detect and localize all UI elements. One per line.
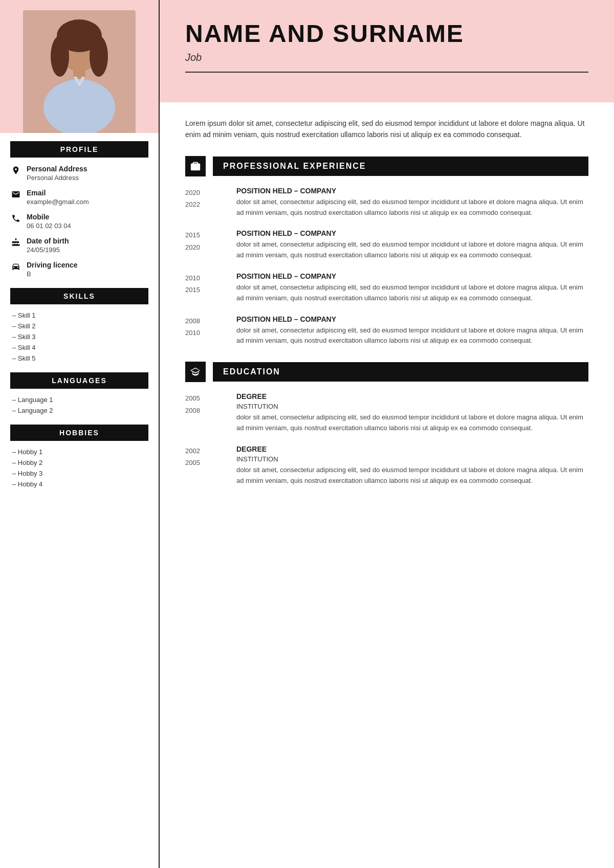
year-end: 2008 — [185, 405, 226, 416]
skills-section: SKILLS – Skill 1– Skill 2– Skill 3– Skil… — [10, 288, 148, 362]
language-item: – Language 2 — [10, 407, 148, 414]
hobbies-section-header: HOBBIES — [10, 425, 148, 441]
car-icon — [10, 262, 21, 271]
email-item: Email example@gmail.com — [10, 189, 148, 206]
experience-entry: 2020 2022 POSITION HELD – COMPANY dolor … — [185, 187, 588, 218]
entry-desc: dolor sit amet, consectetur adipiscing e… — [236, 465, 588, 486]
year-end: 2015 — [185, 284, 226, 296]
hobbies-list: – Hobby 1– Hobby 2– Hobby 3– Hobby 4 — [10, 448, 148, 488]
sidebar-photo — [0, 0, 159, 133]
year-end: 2005 — [185, 457, 226, 469]
hobbies-section: HOBBIES – Hobby 1– Hobby 2– Hobby 3– Hob… — [10, 425, 148, 488]
entry-years: 2020 2022 — [185, 187, 226, 218]
graduation-icon — [185, 362, 206, 382]
entry-desc: dolor sit amet, consectetur adipiscing e… — [236, 282, 588, 304]
sidebar-content: PROFILE Personal Address Personal Addres… — [0, 133, 159, 868]
year-start: 2008 — [185, 315, 226, 327]
skills-list: – Skill 1– Skill 2– Skill 3– Skill 4– Sk… — [10, 311, 148, 362]
entry-desc: dolor sit amet, consectetur adipiscing e… — [236, 325, 588, 347]
main-job: Job — [185, 52, 588, 63]
year-start: 2020 — [185, 187, 226, 198]
entry-desc: dolor sit amet, consectetur adipiscing e… — [236, 239, 588, 261]
education-title-bar: EDUCATION — [213, 362, 588, 382]
email-icon — [10, 190, 21, 199]
profile-section: PROFILE Personal Address Personal Addres… — [10, 141, 148, 278]
entry-years: 2005 2008 — [185, 392, 226, 434]
header-divider — [185, 72, 588, 73]
entry-desc: dolor sit amet, consectetur adipiscing e… — [236, 412, 588, 434]
year-end: 2020 — [185, 241, 226, 253]
year-start: 2002 — [185, 445, 226, 457]
skill-item: – Skill 3 — [10, 333, 148, 341]
dob-text: Date of birth 24/05/1995 — [27, 237, 69, 254]
entry-years: 2008 2010 — [185, 315, 226, 347]
main-content: NAME AND SURNAME Job Lorem ipsum dolor s… — [160, 0, 614, 868]
entry-title: POSITION HELD – COMPANY — [236, 272, 588, 280]
education-entries: 2005 2008 DEGREE INSTITUTION dolor sit a… — [185, 392, 588, 486]
education-section-header: EDUCATION — [185, 362, 588, 382]
summary-text: Lorem ipsum dolor sit amet, consectetur … — [185, 118, 588, 141]
experience-section: PROFESSIONAL EXPERIENCE 2020 2022 POSITI… — [185, 156, 588, 346]
entry-title: POSITION HELD – COMPANY — [236, 315, 588, 323]
phone-icon — [10, 214, 21, 223]
entry-body: POSITION HELD – COMPANY dolor sit amet, … — [236, 229, 588, 261]
entry-years: 2015 2020 — [185, 229, 226, 261]
year-start: 2005 — [185, 392, 226, 404]
experience-entry: 2008 2010 POSITION HELD – COMPANY dolor … — [185, 315, 588, 347]
education-section: EDUCATION 2005 2008 DEGREE INSTITUTION d… — [185, 362, 588, 486]
svg-point-4 — [90, 36, 108, 77]
year-start: 2015 — [185, 229, 226, 241]
address-text: Personal Address Personal Address — [27, 165, 87, 182]
entry-body: POSITION HELD – COMPANY dolor sit amet, … — [236, 272, 588, 304]
location-icon — [10, 166, 21, 175]
main-body: Lorem ipsum dolor sit amet, consectetur … — [160, 102, 614, 868]
entry-title: POSITION HELD – COMPANY — [236, 187, 588, 195]
skills-section-header: SKILLS — [10, 288, 148, 304]
hobby-item: – Hobby 1 — [10, 448, 148, 456]
main-name: NAME AND SURNAME — [185, 20, 588, 48]
education-entry: 2002 2005 DEGREE INSTITUTION dolor sit a… — [185, 445, 588, 486]
languages-list: – Language 1– Language 2 — [10, 396, 148, 414]
entry-body: DEGREE INSTITUTION dolor sit amet, conse… — [236, 392, 588, 434]
entry-years: 2002 2005 — [185, 445, 226, 486]
sidebar: PROFILE Personal Address Personal Addres… — [0, 0, 159, 868]
email-text: Email example@gmail.com — [27, 189, 89, 206]
experience-entry: 2015 2020 POSITION HELD – COMPANY dolor … — [185, 229, 588, 261]
profile-section-header: PROFILE — [10, 141, 148, 158]
year-end: 2010 — [185, 327, 226, 339]
address-item: Personal Address Personal Address — [10, 165, 148, 182]
profile-photo-svg — [23, 10, 136, 133]
hobby-item: – Hobby 4 — [10, 480, 148, 488]
entry-body: POSITION HELD – COMPANY dolor sit amet, … — [236, 187, 588, 218]
driving-text: Driving licence B — [27, 261, 78, 278]
entry-institution: INSTITUTION — [236, 455, 588, 463]
profile-photo — [23, 10, 136, 133]
entry-title: DEGREE — [236, 445, 588, 453]
entry-desc: dolor sit amet, consectetur adipiscing e… — [236, 197, 588, 218]
main-header: NAME AND SURNAME Job — [160, 0, 614, 102]
experience-entry: 2010 2015 POSITION HELD – COMPANY dolor … — [185, 272, 588, 304]
driving-item: Driving licence B — [10, 261, 148, 278]
mobile-item: Mobile 06 01 02 03 04 — [10, 213, 148, 230]
year-start: 2010 — [185, 272, 226, 284]
skill-item: – Skill 5 — [10, 354, 148, 362]
entry-body: POSITION HELD – COMPANY dolor sit amet, … — [236, 315, 588, 347]
birthday-icon — [10, 238, 21, 247]
entry-title: DEGREE — [236, 392, 588, 400]
entry-body: DEGREE INSTITUTION dolor sit amet, conse… — [236, 445, 588, 486]
svg-point-6 — [43, 79, 115, 133]
languages-section-header: LANGUAGES — [10, 372, 148, 389]
experience-title-bar: PROFESSIONAL EXPERIENCE — [213, 157, 588, 176]
dob-item: Date of birth 24/05/1995 — [10, 237, 148, 254]
education-entry: 2005 2008 DEGREE INSTITUTION dolor sit a… — [185, 392, 588, 434]
svg-point-3 — [51, 36, 69, 77]
briefcase-icon — [185, 156, 206, 176]
mobile-text: Mobile 06 01 02 03 04 — [27, 213, 71, 230]
skill-item: – Skill 1 — [10, 311, 148, 319]
resume-wrapper: PROFILE Personal Address Personal Addres… — [0, 0, 614, 868]
year-end: 2022 — [185, 198, 226, 210]
entry-institution: INSTITUTION — [236, 403, 588, 410]
experience-entries: 2020 2022 POSITION HELD – COMPANY dolor … — [185, 187, 588, 346]
languages-section: LANGUAGES – Language 1– Language 2 — [10, 372, 148, 414]
entry-title: POSITION HELD – COMPANY — [236, 229, 588, 237]
